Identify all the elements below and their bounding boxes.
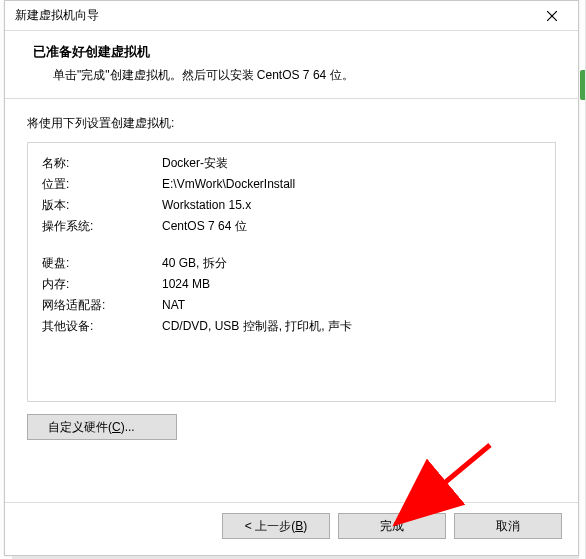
- cancel-button[interactable]: 取消: [454, 513, 562, 539]
- right-edge-strip: [580, 70, 585, 100]
- summary-key: 操作系统:: [42, 216, 162, 237]
- screenshot-root: 新建虚拟机向导 已准备好创建虚拟机 单击"完成"创建虚拟机。然后可以安装 Cen…: [0, 0, 586, 559]
- summary-value: CD/DVD, USB 控制器, 打印机, 声卡: [162, 316, 541, 337]
- close-icon: [547, 11, 557, 21]
- table-row: 位置: E:\VmWork\DockerInstall: [42, 174, 541, 195]
- btn-text-key: B: [295, 519, 303, 533]
- btn-text-post: ): [303, 519, 307, 533]
- summary-key: 硬盘:: [42, 253, 162, 274]
- close-button[interactable]: [532, 2, 572, 30]
- back-button[interactable]: < 上一步(B): [222, 513, 330, 539]
- btn-text-post: )...: [121, 420, 135, 434]
- summary-value: Docker-安装: [162, 153, 541, 174]
- summary-value: 1024 MB: [162, 274, 541, 295]
- btn-text: 完成: [380, 518, 404, 535]
- footer-buttons: < 上一步(B) 完成 取消: [5, 502, 578, 545]
- btn-text-pre: < 上一步(: [245, 518, 295, 535]
- table-row: 其他设备: CD/DVD, USB 控制器, 打印机, 声卡: [42, 316, 541, 337]
- summary-value: NAT: [162, 295, 541, 316]
- summary-key: 网络适配器:: [42, 295, 162, 316]
- table-row: 操作系统: CentOS 7 64 位: [42, 216, 541, 237]
- table-row: 硬盘: 40 GB, 拆分: [42, 253, 541, 274]
- btn-text-pre: 自定义硬件(: [48, 419, 112, 436]
- table-row: 名称: Docker-安装: [42, 153, 541, 174]
- summary-key: 位置:: [42, 174, 162, 195]
- summary-value: 40 GB, 拆分: [162, 253, 541, 274]
- summary-box: 名称: Docker-安装 位置: E:\VmWork\DockerInstal…: [27, 142, 556, 402]
- table-row: 版本: Workstation 15.x: [42, 195, 541, 216]
- wizard-dialog: 新建虚拟机向导 已准备好创建虚拟机 单击"完成"创建虚拟机。然后可以安装 Cen…: [4, 0, 579, 556]
- finish-button[interactable]: 完成: [338, 513, 446, 539]
- summary-key: 其他设备:: [42, 316, 162, 337]
- btn-text: 取消: [496, 518, 520, 535]
- summary-key: 版本:: [42, 195, 162, 216]
- customize-row: 自定义硬件(C)...: [27, 414, 556, 440]
- window-title: 新建虚拟机向导: [15, 7, 99, 24]
- header-sub: 单击"完成"创建虚拟机。然后可以安装 CentOS 7 64 位。: [33, 67, 550, 84]
- summary-key: 名称:: [42, 153, 162, 174]
- titlebar: 新建虚拟机向导: [5, 1, 578, 31]
- customize-hardware-button[interactable]: 自定义硬件(C)...: [27, 414, 177, 440]
- summary-value: E:\VmWork\DockerInstall: [162, 174, 541, 195]
- summary-divider: [42, 237, 541, 253]
- header-area: 已准备好创建虚拟机 单击"完成"创建虚拟机。然后可以安装 CentOS 7 64…: [5, 31, 578, 99]
- summary-intro: 将使用下列设置创建虚拟机:: [27, 115, 556, 132]
- summary-value: Workstation 15.x: [162, 195, 541, 216]
- summary-key: 内存:: [42, 274, 162, 295]
- summary-value: CentOS 7 64 位: [162, 216, 541, 237]
- header-heading: 已准备好创建虚拟机: [33, 43, 550, 61]
- btn-text-key: C: [112, 420, 121, 434]
- table-row: 内存: 1024 MB: [42, 274, 541, 295]
- table-row: 网络适配器: NAT: [42, 295, 541, 316]
- body-area: 将使用下列设置创建虚拟机: 名称: Docker-安装 位置: E:\VmWor…: [5, 99, 578, 440]
